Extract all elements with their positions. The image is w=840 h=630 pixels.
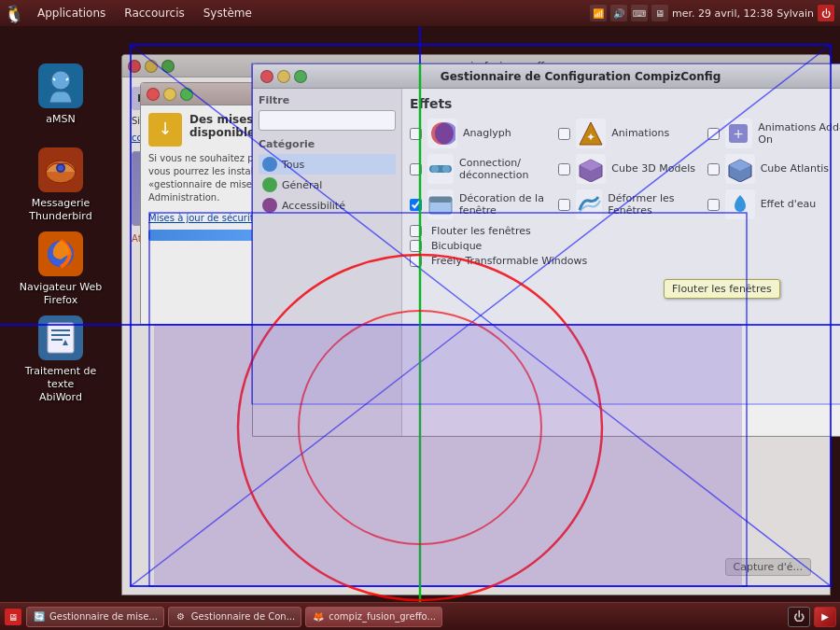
- svg-text:🖥: 🖥: [8, 612, 18, 623]
- update-close-btn[interactable]: [147, 88, 160, 101]
- system-tray: 📶 🔊 ⌨ 🖥 mer. 29 avril, 12:38 Sylvain ⏻: [590, 5, 840, 21]
- effect-cube-atlantis-icon: [725, 154, 755, 184]
- taskbar-btn-compiz[interactable]: ⚙ Gestionnaire de Con...: [168, 607, 301, 627]
- effect-deformer-check[interactable]: [558, 199, 570, 211]
- effect-cube3d-check[interactable]: [558, 163, 570, 175]
- desktop-icon-thunderbird[interactable]: Messagerie Thunderbird: [19, 147, 103, 222]
- effect-animations-addon-label: Animations Add-On: [758, 121, 840, 146]
- svg-line-1: [53, 78, 55, 80]
- effect-anaglyph-check[interactable]: [410, 128, 422, 140]
- amsn-label: aMSN: [46, 113, 75, 125]
- effect-cube-atlantis-label: Cube Atlantis: [761, 162, 829, 175]
- effect-deformer-label: Déformer les Fenêtres: [608, 192, 701, 217]
- taskbar-browser-label: compiz_fusion_greffo...: [329, 611, 436, 622]
- network-icon[interactable]: 📶: [590, 5, 607, 21]
- compiz-min-btn[interactable]: [277, 70, 290, 83]
- effect-decoration-label: Décoration de la fenêtre: [459, 192, 553, 217]
- taskbar-update-label: Gestionnaire de mise...: [49, 611, 158, 622]
- effect-connection-icon: [427, 154, 454, 184]
- volume-icon[interactable]: 🔊: [610, 5, 627, 21]
- effect-connection-check[interactable]: [410, 163, 422, 175]
- cat-label: Catégorie: [259, 138, 396, 150]
- taskbar-compiz-label: Gestionnaire de Con...: [191, 611, 295, 622]
- menu-applications[interactable]: Applications: [28, 4, 115, 22]
- effect-decoration[interactable]: Décoration de la fenêtre: [410, 189, 553, 219]
- bg-close-btn[interactable]: [128, 60, 141, 73]
- compiz-close-btn[interactable]: [260, 70, 273, 83]
- effect-deformer-icon: [576, 189, 602, 219]
- desktop-icon-amsn[interactable]: aMSN: [19, 63, 103, 125]
- effect-decoration-icon: [427, 189, 454, 219]
- svg-rect-35: [429, 197, 452, 203]
- effect-decoration-check[interactable]: [410, 199, 422, 211]
- effect-connection-label: Connection/ déconnection: [459, 157, 553, 181]
- update-min-btn[interactable]: [163, 88, 176, 101]
- taskbar-power-btn[interactable]: ⏻: [788, 607, 810, 627]
- taskbar: 🖥 🔄 Gestionnaire de mise... ⚙ Gestionnai…: [0, 602, 840, 630]
- cat-general[interactable]: Général: [259, 175, 396, 195]
- taskbar-btn-update[interactable]: 🔄 Gestionnaire de mise...: [26, 607, 164, 627]
- effect-freely-check[interactable]: [410, 255, 422, 267]
- effect-cube3d-icon: [576, 154, 606, 184]
- taskbar-update-icon: 🔄: [33, 610, 46, 623]
- cat-tous-dot: [262, 157, 277, 172]
- effect-animations-label: Animations: [611, 127, 669, 139]
- taskbar-btn-browser[interactable]: 🦊 compiz_fusion_greffo...: [305, 607, 442, 627]
- cat-tous[interactable]: Tous: [259, 154, 396, 175]
- bg-max-btn[interactable]: [161, 60, 175, 73]
- cat-accessibilite-dot: [262, 198, 277, 213]
- update-link[interactable]: Mises à jour de sécurité: [148, 213, 259, 223]
- menu-items: Applications Raccourcis Système: [28, 4, 261, 22]
- effect-bicubique-label: Bicubique: [431, 240, 482, 252]
- cat-accessibilite-label: Accessibilité: [282, 200, 345, 212]
- effect-animations-addon-check[interactable]: [707, 128, 720, 140]
- logout-icon[interactable]: ⏻: [818, 5, 834, 21]
- effect-cube-atlantis[interactable]: Cube Atlantis: [707, 154, 840, 184]
- effect-flouter-check[interactable]: [410, 225, 422, 237]
- thunderbird-label: Messagerie Thunderbird: [29, 197, 91, 222]
- menu-raccourcis[interactable]: Raccourcis: [115, 4, 193, 22]
- effect-animations-addon[interactable]: + Animations Add-On: [707, 119, 840, 148]
- effect-eau-check[interactable]: [707, 199, 720, 211]
- taskbar-logo[interactable]: 🖥: [4, 608, 22, 626]
- desktop-icon-abiword[interactable]: Traitement de texte AbiWord: [19, 315, 103, 404]
- svg-text:✦: ✦: [586, 131, 595, 144]
- taskbar-drawer[interactable]: ▶: [814, 607, 836, 627]
- cat-accessibilite[interactable]: Accessibilité: [259, 195, 396, 216]
- effect-cube-atlantis-check[interactable]: [707, 163, 720, 175]
- effect-animations-icon: ✦: [576, 119, 606, 148]
- effect-deformer[interactable]: Déformer les Fenêtres: [558, 189, 701, 219]
- menu-systeme[interactable]: Système: [194, 4, 261, 22]
- effect-animations[interactable]: ✦ Animations: [558, 119, 701, 148]
- taskbar-compiz-icon: ⚙: [175, 610, 188, 623]
- svg-point-28: [431, 165, 439, 173]
- taskbar-browser-icon: 🦊: [312, 610, 325, 623]
- effect-anaglyph-label: Anaglyph: [463, 127, 511, 139]
- compiz-sidebar: Filtre Catégorie Tous Général Accessibil…: [253, 89, 402, 436]
- effect-eau-icon: [725, 189, 755, 219]
- datetime: mer. 29 avril, 12:38: [672, 7, 773, 20]
- filter-input[interactable]: [259, 110, 396, 131]
- effect-animations-check[interactable]: [558, 128, 570, 140]
- effect-cube3d-label: Cube 3D Models: [611, 162, 695, 175]
- effects-title: Effets: [410, 96, 840, 111]
- effect-connection[interactable]: Connection/ déconnection: [410, 154, 553, 184]
- compiz-max-btn[interactable]: [294, 70, 307, 83]
- bg-min-btn[interactable]: [145, 60, 158, 73]
- update-max-btn[interactable]: [180, 88, 193, 101]
- top-menu-bar: 🐧 Applications Raccourcis Système 📶 🔊 ⌨ …: [0, 0, 840, 26]
- compiz-config-window: Gestionnaire de Configuration CompizConf…: [252, 63, 840, 437]
- desktop-icon-firefox[interactable]: Navigateur Web Firefox: [19, 231, 103, 306]
- cat-tous-label: Tous: [282, 159, 304, 171]
- compiz-titlebar: Gestionnaire de Configuration CompizConf…: [253, 64, 840, 89]
- effect-cube3d[interactable]: Cube 3D Models: [558, 154, 701, 184]
- effect-eau[interactable]: Effet d'eau: [707, 189, 840, 219]
- effect-anaglyph[interactable]: Anaglyph: [410, 119, 553, 148]
- effect-animations-addon-icon: +: [725, 119, 753, 148]
- cat-general-dot: [262, 177, 277, 192]
- keyboard-icon[interactable]: ⌨: [631, 5, 648, 21]
- desktop: aMSN Messagerie Thunderbird Navigateur W…: [0, 26, 840, 602]
- display-icon[interactable]: 🖥: [651, 5, 668, 21]
- svg-line-2: [66, 78, 68, 80]
- effect-bicubique-check[interactable]: [410, 240, 422, 252]
